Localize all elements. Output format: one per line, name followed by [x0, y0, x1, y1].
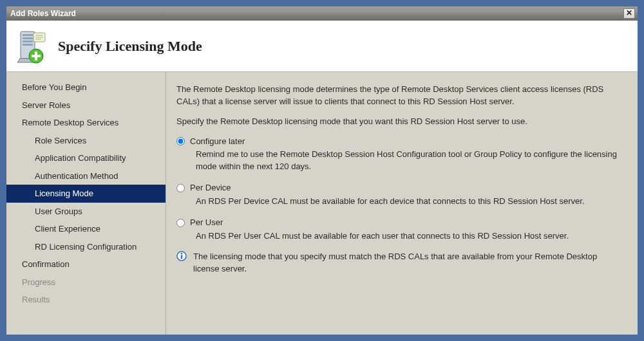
sidebar-item[interactable]: Remote Desktop Services [6, 114, 166, 132]
sidebar-item[interactable]: Role Services [6, 132, 166, 150]
radio-per-device[interactable] [176, 184, 185, 192]
sidebar-item[interactable]: Authentication Method [6, 167, 166, 185]
intro-text-1: The Remote Desktop licensing mode determ… [176, 84, 625, 108]
sidebar-item[interactable]: Results [6, 291, 166, 309]
window-title: Add Roles Wizard [10, 9, 76, 18]
sidebar-item[interactable]: Before You Begin [6, 78, 166, 97]
radio-per-user[interactable] [176, 219, 185, 227]
wizard-window: Add Roles Wizard ✕ Specify Licen [0, 0, 644, 341]
svg-point-13 [181, 253, 183, 255]
svg-rect-3 [23, 41, 33, 42]
sidebar-item[interactable]: Application Compatibility [6, 149, 166, 167]
sidebar-item[interactable]: Licensing Mode [6, 185, 166, 203]
label-per-user[interactable]: Per User [190, 217, 223, 229]
option-per-device[interactable]: Per Device [176, 182, 625, 194]
sidebar-item[interactable]: Progress [6, 273, 166, 291]
option-per-user[interactable]: Per User [176, 217, 625, 229]
close-icon: ✕ [626, 8, 632, 17]
info-icon [176, 251, 187, 261]
label-per-device[interactable]: Per Device [190, 182, 231, 194]
option-configure-later[interactable]: Configure later [176, 136, 625, 148]
radio-configure-later[interactable] [176, 137, 185, 145]
sidebar-item[interactable]: Server Roles [6, 97, 166, 115]
titlebar: Add Roles Wizard ✕ [6, 6, 638, 21]
info-text: The licensing mode that you specify must… [193, 251, 625, 275]
label-configure-later[interactable]: Configure later [190, 136, 245, 148]
wizard-body: Before You BeginServer RolesRemote Deskt… [6, 72, 638, 335]
svg-rect-4 [23, 44, 33, 46]
intro-text-2: Specify the Remote Desktop licensing mod… [176, 116, 625, 128]
svg-rect-11 [32, 55, 41, 57]
svg-rect-2 [23, 37, 33, 39]
desc-per-user: An RDS Per User CAL must be available fo… [196, 230, 625, 243]
wizard-content: The Remote Desktop licensing mode determ… [166, 72, 638, 335]
close-button[interactable]: ✕ [623, 8, 635, 19]
sidebar-item[interactable]: RD Licensing Configuration [6, 238, 166, 256]
sidebar-item[interactable]: Confirmation [6, 255, 166, 273]
desc-configure-later: Remind me to use the Remote Desktop Sess… [196, 149, 625, 173]
wizard-steps-sidebar: Before You BeginServer RolesRemote Deskt… [6, 72, 166, 335]
svg-rect-1 [23, 34, 33, 36]
svg-rect-14 [181, 255, 182, 259]
info-note: The licensing mode that you specify must… [176, 251, 625, 275]
sidebar-item[interactable]: User Groups [6, 203, 166, 221]
sidebar-item[interactable]: Client Experience [6, 220, 166, 238]
page-title: Specify Licensing Mode [58, 38, 202, 55]
wizard-header: Specify Licensing Mode [6, 21, 638, 72]
server-add-icon [17, 29, 48, 64]
desc-per-device: An RDS Per Device CAL must be available … [196, 196, 625, 208]
